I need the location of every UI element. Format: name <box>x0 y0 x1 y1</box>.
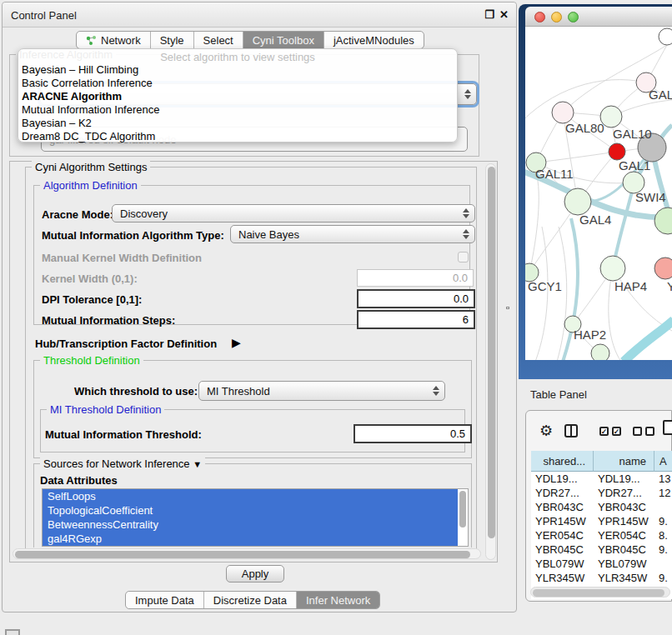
cyni-settings-legend: Cyni Algorithm Settings <box>32 161 150 173</box>
table-cell[interactable]: YBR043C <box>594 500 654 514</box>
network-icon <box>86 35 97 46</box>
popup-item[interactable]: Bayesian – K2 <box>18 117 457 130</box>
control-panel-titlebar[interactable]: Control Panel ❐ ✕ <box>3 2 516 28</box>
tab-discretize-data[interactable]: Discretize Data <box>204 592 297 608</box>
popup-item[interactable]: Basic Correlation Inference <box>18 77 457 90</box>
table-cell[interactable] <box>654 500 672 514</box>
table-cell[interactable]: 9. <box>654 542 672 557</box>
tab-cyni-toolbox[interactable]: Cyni Toolbox <box>243 32 324 48</box>
hub-expand-arrow-icon[interactable]: ▶ <box>232 336 241 349</box>
table-cell[interactable]: 13 <box>654 472 672 486</box>
tab-style[interactable]: Style <box>151 32 194 48</box>
popup-item[interactable]: Mutual Information Inference <box>18 103 457 117</box>
document-icon[interactable] <box>663 420 672 435</box>
float-window-icon[interactable]: ❐ <box>484 8 494 21</box>
zoom-traffic-light-icon[interactable] <box>568 12 579 22</box>
which-threshold-value: MI Threshold <box>207 385 270 398</box>
column-header-shared-name[interactable]: shared... <box>531 451 594 472</box>
list-item[interactable]: SelfLoops <box>43 489 458 503</box>
split-columns-icon[interactable] <box>564 424 578 438</box>
mi-threshold-legend: MI Threshold Definition <box>47 403 164 416</box>
table-cell[interactable]: 8. <box>654 528 672 542</box>
table-cell[interactable]: YBL079W <box>531 557 594 571</box>
close-traffic-light-icon[interactable] <box>534 12 545 22</box>
sources-legend-text: Sources for Network Inference <box>43 458 190 470</box>
mi-type-combo[interactable]: Naive Bayes <box>230 225 475 243</box>
which-threshold-combo[interactable]: MI Threshold <box>198 381 445 401</box>
tab-network[interactable]: Network <box>77 32 151 48</box>
checked-checkbox-icon[interactable]: ✓ <box>599 427 609 436</box>
minimize-traffic-light-icon[interactable] <box>551 12 562 22</box>
unchecked-checkbox-icon[interactable] <box>633 427 642 436</box>
list-item[interactable]: TopologicalCoefficient <box>43 503 458 518</box>
node-bottom[interactable] <box>591 344 609 360</box>
table-cell[interactable]: YBL079W <box>594 557 654 571</box>
table-horizontal-scrollbar[interactable] <box>530 587 670 598</box>
tab-impute-data[interactable]: Impute Data <box>126 592 204 608</box>
settings-vertical-scrollbar[interactable] <box>485 163 496 560</box>
mi-steps-label: Mutual Information Steps: <box>42 314 175 327</box>
tab-select[interactable]: Select <box>194 32 243 48</box>
table-cell[interactable]: 9. <box>654 514 672 528</box>
table-cell[interactable]: YDL19... <box>531 472 594 486</box>
list-item[interactable]: gal4RGexp <box>43 532 458 546</box>
kernel-width-label: Kernel Width (0,1): <box>42 272 138 285</box>
table-cell[interactable]: YBR043C <box>531 500 594 514</box>
table-cell[interactable]: 9. <box>654 571 672 585</box>
tab-impute-data-label: Impute Data <box>135 594 194 607</box>
gear-icon[interactable]: ⚙ <box>539 422 553 440</box>
list-item[interactable]: BetweennessCentrality <box>43 518 458 532</box>
tab-jactivemnodules[interactable]: jActiveMNodules <box>324 32 424 48</box>
table-cell[interactable]: YDL19... <box>594 472 654 486</box>
checked-checkbox-icon[interactable]: ✓ <box>612 427 621 436</box>
table-cell[interactable]: YER054C <box>594 528 654 542</box>
popup-item[interactable]: Bayesian – Hill Climbing <box>18 63 457 77</box>
table-cell[interactable]: YBR045C <box>594 542 654 557</box>
mi-steps-field[interactable]: 6 <box>357 310 475 329</box>
network-window-titlebar[interactable] <box>525 7 672 27</box>
aracne-mode-value: Discovery <box>120 208 168 220</box>
node-green-right[interactable] <box>654 208 672 234</box>
table-cell[interactable]: YLR345W <box>594 571 654 585</box>
table-cell[interactable]: YPR145W <box>594 514 654 528</box>
node-y[interactable] <box>654 258 672 279</box>
mi-threshold-field[interactable]: 0.5 <box>354 424 472 443</box>
sources-collapse-arrow-icon[interactable]: ▼ <box>193 459 202 469</box>
table-cell[interactable]: YBR045C <box>531 542 594 557</box>
tab-infer-network-label: Infer Network <box>306 594 370 607</box>
node-gal1[interactable] <box>609 143 625 160</box>
aracne-mode-combo[interactable]: Discovery <box>112 204 475 222</box>
node-gal4[interactable] <box>564 188 591 215</box>
table-cell[interactable]: YPR145W <box>531 514 594 528</box>
column-header-name[interactable]: name <box>594 451 654 472</box>
kernel-width-field[interactable]: 0.0 <box>357 269 474 287</box>
manual-kernel-checkbox[interactable] <box>458 252 469 262</box>
table-cell[interactable]: 12 <box>654 486 672 500</box>
table-cell[interactable]: YDR27... <box>594 486 654 500</box>
table-cell[interactable] <box>654 557 672 571</box>
table-cell[interactable]: YER054C <box>531 528 594 542</box>
popup-item-selected[interactable]: ARACNE Algorithm <box>18 90 457 103</box>
unchecked-checkbox-icon[interactable] <box>645 427 654 436</box>
splitter-grip[interactable] <box>506 307 511 315</box>
node-label: Y <box>667 279 672 293</box>
tab-jactivemnodules-label: jActiveMNodules <box>333 34 414 47</box>
tab-discretize-data-label: Discretize Data <box>213 594 287 607</box>
network-canvas[interactable]: GAL80 GAL10 GAL1 GAL11 SWI4 GAL4 GCY1 HA… <box>525 27 672 360</box>
table-cell[interactable]: YLR345W <box>531 571 594 585</box>
node-unlabeled-top[interactable] <box>659 28 672 45</box>
settings-horizontal-scrollbar[interactable] <box>13 548 481 559</box>
tab-network-label: Network <box>101 34 141 47</box>
popup-item[interactable]: Dream8 DC_TDC Algorithm <box>18 130 457 143</box>
tab-infer-network[interactable]: Infer Network <box>297 592 379 608</box>
table-cell[interactable]: YDR27... <box>531 486 594 500</box>
list-vertical-scrollbar[interactable] <box>459 491 466 528</box>
apply-button[interactable]: Apply <box>226 565 284 582</box>
node-hap4[interactable] <box>600 256 625 281</box>
tab-select-label: Select <box>203 34 233 47</box>
data-attributes-list[interactable]: SelfLoops TopologicalCoefficient Between… <box>42 488 469 547</box>
column-header-partial[interactable]: A <box>654 451 672 472</box>
dpi-tolerance-field[interactable]: 0.0 <box>357 289 475 308</box>
collapsed-panel-chip[interactable] <box>5 629 20 635</box>
close-window-icon[interactable]: ✕ <box>499 8 509 21</box>
